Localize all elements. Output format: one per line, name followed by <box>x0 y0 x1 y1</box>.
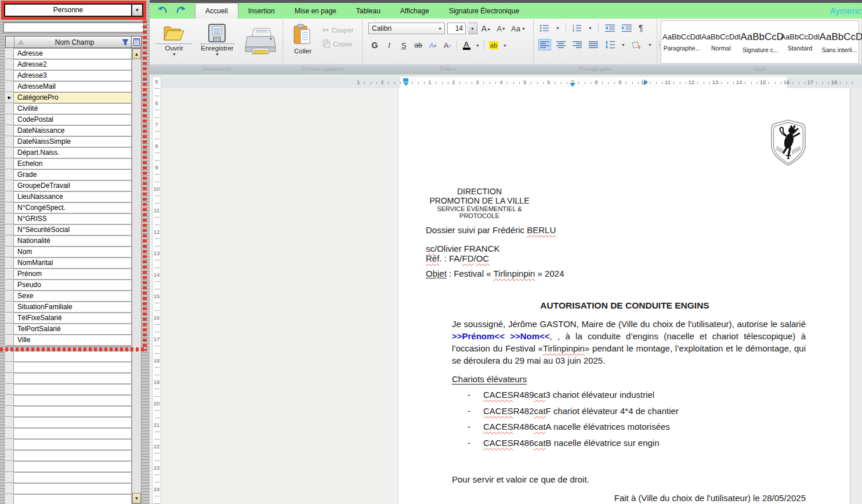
subscript-button[interactable]: Ax <box>426 39 439 52</box>
field-name-cell[interactable]: Civilité <box>14 103 132 114</box>
field-row-situationfamiliale[interactable]: SituationFamiliale <box>5 302 132 313</box>
row-selector[interactable] <box>5 302 14 313</box>
decrease-indent-button[interactable] <box>603 22 617 34</box>
grow-font-button[interactable]: A▲ <box>480 22 492 35</box>
field-name-cell[interactable]: NomMarital <box>14 258 132 269</box>
field-row-empty[interactable] <box>5 494 132 504</box>
row-selector[interactable] <box>5 384 14 395</box>
field-row-echelon[interactable]: Echelon <box>5 158 132 169</box>
field-row-pseudo[interactable]: Pseudo <box>5 280 132 291</box>
field-row-datenaisssimple[interactable]: DateNaissSimple <box>5 136 132 147</box>
row-selector[interactable] <box>5 246 14 258</box>
field-name-cell[interactable]: Adresse3 <box>14 70 132 81</box>
tab-accueil[interactable]: Accueil <box>195 3 238 19</box>
filter-icon[interactable] <box>122 39 129 46</box>
align-left-button[interactable] <box>538 39 551 50</box>
row-selector[interactable] <box>5 258 14 269</box>
shading-dropdown[interactable]: ▼ <box>647 43 653 47</box>
field-name-cell[interactable] <box>14 362 132 373</box>
field-row-cat-goriepro[interactable]: ►CatégoriePro <box>5 92 132 103</box>
field-row-sexe[interactable]: Sexe <box>5 291 132 302</box>
field-row-empty[interactable] <box>5 395 132 406</box>
row-selector[interactable] <box>5 351 14 362</box>
field-row-n-s-curit-social[interactable]: N°SécuritéSocial <box>5 224 132 235</box>
field-properties-icon[interactable] <box>132 36 142 48</box>
field-row-empty[interactable] <box>5 428 132 439</box>
row-selector[interactable] <box>5 202 14 213</box>
justify-button[interactable] <box>587 39 600 50</box>
indent-marker[interactable] <box>403 78 409 86</box>
row-selector[interactable]: ► <box>5 92 14 103</box>
row-selector[interactable] <box>5 313 14 324</box>
row-selector[interactable] <box>5 136 14 147</box>
field-row-nationalit-[interactable]: Nationalité <box>5 235 132 246</box>
tab-insertion[interactable]: Insertion <box>238 3 285 19</box>
field-row-d-part-naiss-[interactable]: Départ.Naiss. <box>5 147 132 158</box>
superscript-button[interactable]: Ax <box>441 39 454 52</box>
field-row-empty[interactable] <box>5 373 132 384</box>
shrink-font-button[interactable]: A▼ <box>495 22 508 35</box>
highlight-button[interactable]: ab <box>487 39 500 52</box>
field-row-telportsalari-[interactable]: TelPortSalarié <box>5 324 132 335</box>
row-selector[interactable] <box>5 483 14 494</box>
field-name-cell[interactable]: Adresse2 <box>14 59 132 70</box>
field-name-cell[interactable] <box>14 406 132 417</box>
field-name-cell[interactable]: Prénom <box>14 269 132 280</box>
field-row-n-cong-spect-[interactable]: N°CongéSpect. <box>5 202 132 213</box>
field-name-cell[interactable] <box>14 461 132 472</box>
field-name-cell[interactable]: DateNaissSimple <box>14 136 132 147</box>
field-row-grade[interactable]: Grade <box>5 169 132 180</box>
row-selector[interactable] <box>5 362 14 373</box>
row-selector[interactable] <box>5 450 14 461</box>
cut-button[interactable]: ✂ Couper <box>323 26 353 35</box>
row-selector[interactable] <box>5 395 14 406</box>
shading-button[interactable] <box>630 39 643 50</box>
tab-mise-en-page[interactable]: Mise en page <box>285 3 346 19</box>
style-item-standard[interactable]: AaBbCcDdlStandard <box>780 32 819 52</box>
row-selector[interactable] <box>5 428 14 439</box>
field-name-cell[interactable]: N°CongéSpect. <box>14 202 132 213</box>
field-row-adresse2[interactable]: Adresse2 <box>5 59 132 70</box>
field-row-adressemail[interactable]: AdresseMail <box>5 81 132 92</box>
chevron-down-icon[interactable]: ▼ <box>131 5 142 16</box>
scroll-down-button[interactable]: ▼ <box>132 493 141 503</box>
field-name-cell[interactable] <box>14 450 132 461</box>
field-row-empty[interactable] <box>5 406 132 417</box>
field-name-cell[interactable] <box>14 494 132 504</box>
field-name-cell[interactable] <box>14 439 132 450</box>
row-selector[interactable] <box>5 417 14 428</box>
row-selector[interactable] <box>5 48 14 59</box>
row-selector[interactable] <box>5 103 14 114</box>
numbered-list-dropdown[interactable]: ▼ <box>587 26 593 30</box>
field-name-cell[interactable]: Sexe <box>14 291 132 302</box>
row-selector[interactable] <box>5 235 14 246</box>
field-name-cell[interactable]: TelPortSalarié <box>14 324 132 335</box>
row-selector[interactable] <box>5 280 14 291</box>
field-name-cell[interactable]: Nom <box>14 246 132 258</box>
field-row-empty[interactable] <box>5 472 132 483</box>
row-selector[interactable] <box>5 406 14 417</box>
style-item-signature-c-[interactable]: AaBbCcDSignature c... <box>740 31 780 53</box>
field-name-cell[interactable]: Nationalité <box>14 235 132 246</box>
field-name-cell[interactable]: TélFixeSalarié <box>14 313 132 324</box>
row-selector[interactable] <box>5 59 14 70</box>
field-row-empty[interactable] <box>5 351 132 362</box>
bullet-list-dropdown[interactable]: ▼ <box>555 26 561 30</box>
field-name-cell[interactable] <box>14 384 132 395</box>
field-row-n-griss[interactable]: N°GRISS <box>5 213 132 224</box>
fields-grid-header[interactable]: Nom Champ <box>5 36 132 48</box>
pilcrow-button[interactable]: ¶ <box>637 22 645 34</box>
field-name-cell[interactable] <box>14 395 132 406</box>
row-selector[interactable] <box>5 70 14 81</box>
field-name-cell[interactable] <box>14 472 132 483</box>
redo-icon[interactable] <box>176 6 187 16</box>
field-row-empty[interactable] <box>5 450 132 461</box>
row-selector[interactable] <box>5 180 14 191</box>
row-selector[interactable] <box>5 224 14 235</box>
field-row-codepostal[interactable]: CodePostal <box>5 114 132 125</box>
row-selector[interactable] <box>5 147 14 158</box>
field-name-cell[interactable]: Grade <box>14 169 132 180</box>
field-name-cell[interactable]: Pseudo <box>14 280 132 291</box>
row-selector[interactable] <box>5 461 14 472</box>
line-spacing-button[interactable] <box>603 39 617 50</box>
